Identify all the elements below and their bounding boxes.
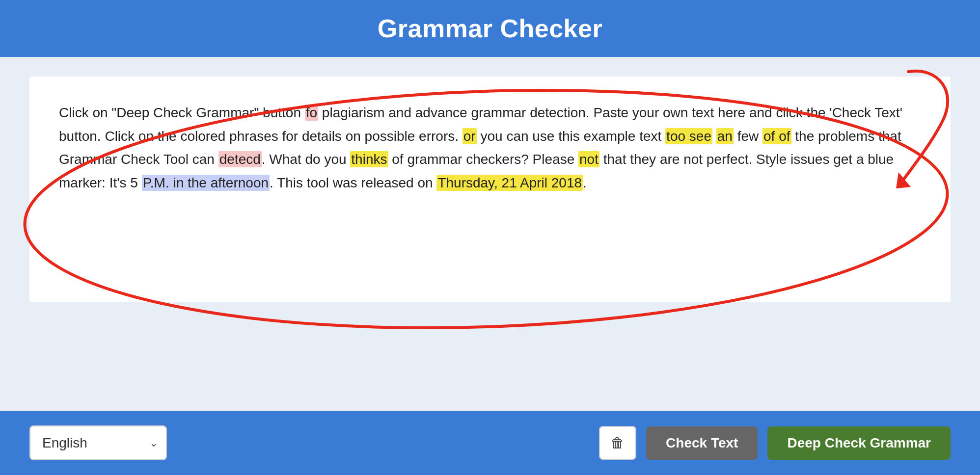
error-highlight-too-see[interactable]: too see bbox=[665, 128, 712, 144]
language-select[interactable]: English Spanish French German bbox=[29, 425, 167, 460]
error-highlight-of-of[interactable]: of of bbox=[762, 128, 791, 144]
style-highlight-pm[interactable]: P.M. in the afternoon bbox=[142, 175, 270, 191]
trash-icon: 🗑 bbox=[611, 435, 625, 451]
text-normal-3: you can use this example text bbox=[477, 129, 665, 144]
app-title: Grammar Checker bbox=[0, 14, 980, 43]
error-highlight-thinks[interactable]: thinks bbox=[350, 151, 388, 167]
text-normal-4: few bbox=[734, 129, 762, 144]
text-period: . bbox=[583, 175, 587, 190]
main-content: Click on "Deep Check Grammar" button fo … bbox=[0, 57, 980, 411]
action-buttons: 🗑 Check Text Deep Check Grammar bbox=[599, 426, 951, 460]
style-highlight-date[interactable]: Thursday, 21 April 2018 bbox=[436, 175, 583, 191]
error-highlight-an[interactable]: an bbox=[716, 128, 734, 144]
error-highlight-not[interactable]: not bbox=[578, 151, 599, 167]
error-highlight-or[interactable]: or bbox=[463, 128, 477, 144]
check-text-button[interactable]: Check Text bbox=[646, 426, 758, 460]
language-selector-wrapper: English Spanish French German ⌄ bbox=[29, 425, 167, 460]
app-header: Grammar Checker bbox=[0, 0, 980, 57]
text-editor[interactable]: Click on "Deep Check Grammar" button fo … bbox=[29, 77, 951, 302]
text-normal-7: of grammar checkers? Please bbox=[388, 152, 579, 167]
text-normal-6: . What do you bbox=[262, 152, 351, 167]
deep-check-button[interactable]: Deep Check Grammar bbox=[767, 426, 951, 460]
error-highlight-fo[interactable]: fo bbox=[305, 105, 318, 121]
text-normal-9: . This tool was released on bbox=[270, 175, 436, 190]
error-highlight-detecd[interactable]: detecd bbox=[218, 151, 262, 167]
footer-bar: English Spanish French German ⌄ 🗑 Check … bbox=[0, 411, 980, 475]
text-space-1 bbox=[712, 129, 716, 144]
clear-button[interactable]: 🗑 bbox=[599, 426, 636, 460]
text-normal: Click on "Deep Check Grammar" button bbox=[59, 105, 305, 120]
